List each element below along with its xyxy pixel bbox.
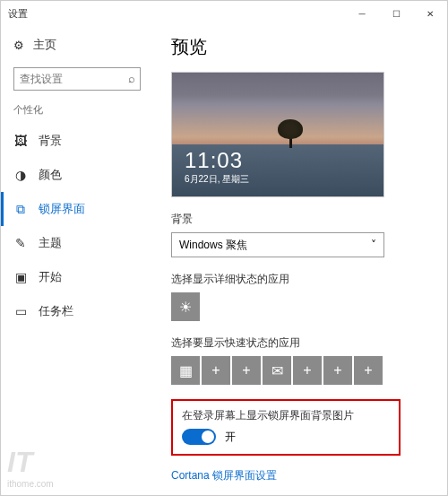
theme-icon: ✎ xyxy=(13,236,28,250)
preview-date: 6月22日, 星期三 xyxy=(185,173,249,186)
background-label: 背景 xyxy=(171,212,427,227)
quick-status-label: 选择要显示快速状态的应用 xyxy=(171,335,427,351)
highlight-annotation: 在登录屏幕上显示锁屏界面背景图片 开 xyxy=(171,399,401,456)
dropdown-value: Windows 聚焦 xyxy=(179,238,247,253)
titlebar: 设置 ─ ☐ ✕ xyxy=(1,1,447,26)
maximize-button[interactable]: ☐ xyxy=(379,1,413,26)
sidebar-item-taskbar[interactable]: ▭ 任务栏 xyxy=(1,294,153,328)
sidebar-item-label: 任务栏 xyxy=(39,303,73,319)
quick-app-tile-add[interactable]: + xyxy=(202,356,230,385)
sidebar-item-label: 锁屏界面 xyxy=(39,201,85,217)
quick-app-tile-calendar[interactable]: ▦ xyxy=(171,356,200,385)
weather-icon: ☀ xyxy=(179,299,192,316)
taskbar-icon: ▭ xyxy=(13,304,28,318)
main-panel: 预览 11:03 6月22日, 星期三 背景 Windows 聚焦 ˅ 选择显示… xyxy=(153,26,447,495)
quick-app-tile-add[interactable]: + xyxy=(232,356,261,385)
mail-icon: ✉ xyxy=(271,362,283,379)
gear-icon: ⚙ xyxy=(13,39,24,52)
window-title: 设置 xyxy=(8,7,28,21)
page-title: 预览 xyxy=(171,35,427,59)
plus-icon: + xyxy=(211,362,220,379)
picture-icon: 🖼 xyxy=(13,134,28,148)
sidebar-item-colors[interactable]: ◑ 颜色 xyxy=(1,158,153,192)
search-icon: ⌕ xyxy=(128,72,135,85)
search-box[interactable]: ⌕ xyxy=(13,67,141,91)
cortana-link[interactable]: Cortana 锁屏界面设置 xyxy=(171,468,427,483)
sidebar-item-start[interactable]: ▣ 开始 xyxy=(1,260,153,294)
quick-app-tile-add[interactable]: + xyxy=(293,356,322,385)
palette-icon: ◑ xyxy=(13,168,28,182)
lock-icon: ⧉ xyxy=(13,202,28,217)
minimize-button[interactable]: ─ xyxy=(345,1,379,26)
show-bg-toggle[interactable] xyxy=(182,429,216,445)
plus-icon: + xyxy=(333,362,341,379)
preview-time: 11:03 xyxy=(185,148,243,173)
start-icon: ▣ xyxy=(13,270,28,284)
close-button[interactable]: ✕ xyxy=(413,1,447,26)
home-label: 主页 xyxy=(33,37,56,53)
quick-app-tile-add[interactable]: + xyxy=(323,356,352,385)
sidebar-item-label: 开始 xyxy=(39,269,62,285)
sidebar-item-background[interactable]: 🖼 背景 xyxy=(1,124,153,158)
sidebar-item-label: 背景 xyxy=(39,133,62,149)
lock-screen-preview: 11:03 6月22日, 星期三 xyxy=(171,72,384,197)
toggle-state-label: 开 xyxy=(225,430,236,445)
quick-app-tile-add[interactable]: + xyxy=(354,356,383,385)
plus-icon: + xyxy=(364,362,372,379)
search-input[interactable] xyxy=(13,67,141,91)
calendar-icon: ▦ xyxy=(179,362,193,379)
toggle-title: 在登录屏幕上显示锁屏界面背景图片 xyxy=(182,408,390,423)
quick-app-tile-mail[interactable]: ✉ xyxy=(263,356,291,385)
background-dropdown[interactable]: Windows 聚焦 ˅ xyxy=(171,232,384,257)
detail-app-tile[interactable]: ☀ xyxy=(171,292,200,321)
detail-status-label: 选择显示详细状态的应用 xyxy=(171,272,427,287)
home-link[interactable]: ⚙ 主页 xyxy=(1,31,153,58)
sidebar-item-label: 主题 xyxy=(39,235,62,251)
section-label: 个性化 xyxy=(1,103,153,124)
sidebar-item-lockscreen[interactable]: ⧉ 锁屏界面 xyxy=(1,192,153,226)
chevron-down-icon: ˅ xyxy=(371,239,376,251)
plus-icon: + xyxy=(242,362,250,379)
sidebar: ⚙ 主页 ⌕ 个性化 🖼 背景 ◑ 颜色 ⧉ 锁屏界面 ✎ 主题 xyxy=(1,26,153,495)
sidebar-item-themes[interactable]: ✎ 主题 xyxy=(1,226,153,260)
plus-icon: + xyxy=(303,362,311,379)
sidebar-item-label: 颜色 xyxy=(39,167,62,183)
